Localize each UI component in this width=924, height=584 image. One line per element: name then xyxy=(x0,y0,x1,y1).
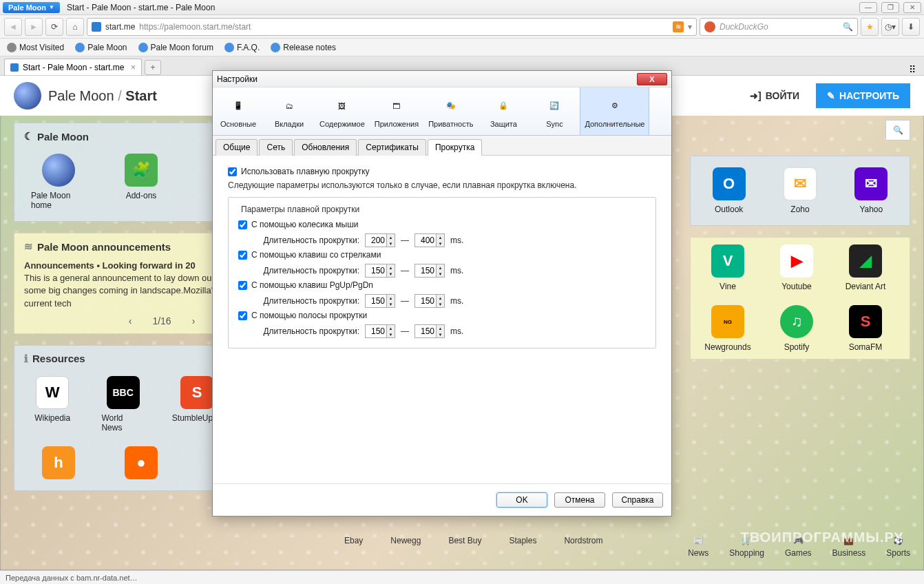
back-button[interactable]: ◄ xyxy=(4,18,22,36)
tab-content[interactable]: 🖼Содержимое xyxy=(315,87,370,135)
spin-down-icon[interactable]: ▼ xyxy=(387,240,395,247)
spin-up-icon[interactable]: ▲ xyxy=(387,295,395,301)
cat-nordstrom[interactable]: Nordstrom xyxy=(564,536,602,558)
reload-button[interactable]: ⟳ xyxy=(45,18,63,36)
tile-worldnews[interactable]: BBCWorld News xyxy=(101,376,144,432)
app-menu-button[interactable]: Pale Moon xyxy=(3,2,60,13)
help-button[interactable]: Справка xyxy=(612,492,663,508)
subtab-general[interactable]: Общие xyxy=(216,139,258,156)
duration-min-input[interactable] xyxy=(366,264,386,277)
duration-min-spinner-3[interactable]: ▲▼ xyxy=(365,324,395,338)
duration-min-spinner-0[interactable]: ▲▼ xyxy=(365,233,395,247)
new-tab-button[interactable]: + xyxy=(145,60,161,75)
duration-max-input[interactable] xyxy=(415,234,436,247)
duration-min-input[interactable] xyxy=(366,325,386,337)
subtab-scrolling[interactable]: Прокрутка xyxy=(428,139,482,156)
tab-advanced[interactable]: ⚙Дополнительные xyxy=(580,87,649,135)
dropdown-icon[interactable]: ▾ xyxy=(688,22,692,32)
tab-privacy[interactable]: 🎭Приватность xyxy=(423,87,478,135)
smooth-scroll-checkbox[interactable] xyxy=(228,167,237,176)
login-button[interactable]: ➜] ВОЙТИ xyxy=(740,85,809,107)
tile-palemoon-home[interactable]: Pale Moon home xyxy=(31,154,86,210)
tile-addons[interactable]: 🧩Add-ons xyxy=(114,154,169,210)
downloads-button[interactable]: ⬇ xyxy=(902,18,920,36)
cat-games[interactable]: 🎮Games xyxy=(785,536,812,558)
tile-newgrounds[interactable]: NGNewgrounds xyxy=(700,305,755,352)
spin-up-icon[interactable]: ▲ xyxy=(437,264,444,271)
window-maximize-button[interactable]: ❐ xyxy=(881,2,899,13)
duration-max-input[interactable] xyxy=(415,325,436,337)
duration-min-spinner-1[interactable]: ▲▼ xyxy=(365,264,395,278)
cat-sports[interactable]: ⚽Sports xyxy=(886,536,910,558)
spin-up-icon[interactable]: ▲ xyxy=(387,264,395,271)
spin-down-icon[interactable]: ▼ xyxy=(437,301,444,307)
duration-max-spinner-2[interactable]: ▲▼ xyxy=(414,294,445,308)
search-bar[interactable]: DuckDuckGo 🔍 xyxy=(700,18,858,36)
duration-max-spinner-1[interactable]: ▲▼ xyxy=(414,264,445,278)
duration-min-input[interactable] xyxy=(366,295,386,307)
pager-next-button[interactable]: › xyxy=(192,315,196,326)
duration-max-input[interactable] xyxy=(415,264,436,277)
tab-active[interactable]: Start - Pale Moon - start.me × xyxy=(4,59,142,75)
spin-up-icon[interactable]: ▲ xyxy=(437,325,444,331)
duration-max-spinner-3[interactable]: ▲▼ xyxy=(414,324,445,338)
scroll-group-checkbox-3[interactable] xyxy=(238,311,247,320)
cat-staples[interactable]: Staples xyxy=(509,536,536,558)
search-go-icon[interactable]: 🔍 xyxy=(843,22,853,32)
bookmark-star-button[interactable]: ★ xyxy=(861,18,879,36)
tab-tabs[interactable]: 🗂Вкладки xyxy=(264,87,315,135)
history-button[interactable]: ◷▾ xyxy=(881,18,899,36)
rss-icon[interactable]: ≋ xyxy=(673,21,684,32)
pager-prev-button[interactable]: ‹ xyxy=(129,315,132,326)
spin-up-icon[interactable]: ▲ xyxy=(437,234,444,240)
cat-business[interactable]: 💼Business xyxy=(832,536,866,558)
tab-sync[interactable]: 🔄Sync xyxy=(529,87,580,135)
bookmark-palemoon[interactable]: Pale Moon xyxy=(75,43,127,52)
forward-button[interactable]: ► xyxy=(25,18,43,36)
duration-max-spinner-0[interactable]: ▲▼ xyxy=(414,233,445,247)
spin-up-icon[interactable]: ▲ xyxy=(387,325,395,331)
tile-somafm[interactable]: SSomaFM xyxy=(838,305,893,352)
tile-wikipedia[interactable]: WWikipedia xyxy=(31,376,74,432)
window-minimize-button[interactable]: — xyxy=(859,2,877,13)
cat-shopping[interactable]: 🛒Shopping xyxy=(729,536,764,558)
tab-applications[interactable]: 🗔Приложения xyxy=(370,87,423,135)
cat-ebay[interactable]: Ebay xyxy=(344,536,363,558)
duration-max-input[interactable] xyxy=(415,295,436,307)
tile-yahoo[interactable]: ✉Yahoo xyxy=(850,167,893,214)
spin-up-icon[interactable]: ▲ xyxy=(437,295,444,301)
page-search-button[interactable]: 🔍 xyxy=(885,120,910,140)
spin-up-icon[interactable]: ▲ xyxy=(387,234,395,240)
duration-min-input[interactable] xyxy=(366,234,386,247)
spin-down-icon[interactable]: ▼ xyxy=(437,331,444,337)
url-bar[interactable]: start.me https://palemoon.start.me/start… xyxy=(87,18,697,36)
bookmark-release[interactable]: Release notes xyxy=(271,43,336,52)
bookmark-forum[interactable]: Pale Moon forum xyxy=(138,43,213,52)
scroll-group-checkbox-1[interactable] xyxy=(238,251,247,260)
tab-security[interactable]: 🔒Защита xyxy=(478,87,529,135)
tile-extra2[interactable]: ● xyxy=(114,446,169,479)
cat-newegg[interactable]: Newegg xyxy=(390,536,421,558)
spin-down-icon[interactable]: ▼ xyxy=(387,271,395,277)
tab-overflow-button[interactable]: ⠿ xyxy=(905,64,920,75)
spin-down-icon[interactable]: ▼ xyxy=(437,240,444,247)
subtab-updates[interactable]: Обновления xyxy=(294,139,357,156)
duration-min-spinner-2[interactable]: ▲▼ xyxy=(365,294,395,308)
cancel-button[interactable]: Отмена xyxy=(554,492,605,508)
spin-down-icon[interactable]: ▼ xyxy=(387,301,395,307)
scroll-group-checkbox-2[interactable] xyxy=(238,281,247,290)
cat-news[interactable]: 📰News xyxy=(688,536,708,558)
spin-down-icon[interactable]: ▼ xyxy=(437,271,444,277)
dialog-close-button[interactable]: X xyxy=(637,73,667,85)
tile-outlook[interactable]: OOutlook xyxy=(707,167,750,214)
tile-vine[interactable]: VVine xyxy=(700,244,755,291)
tile-extra1[interactable]: h xyxy=(31,446,86,479)
scroll-group-checkbox-0[interactable] xyxy=(238,220,247,229)
subtab-network[interactable]: Сеть xyxy=(259,139,293,156)
tile-youtube[interactable]: ▶Youtube xyxy=(769,244,824,291)
tab-close-button[interactable]: × xyxy=(131,63,136,72)
home-button[interactable]: ⌂ xyxy=(66,18,84,36)
bookmark-most-visited[interactable]: Most Visited xyxy=(7,43,64,52)
tab-general[interactable]: 📱Основные xyxy=(213,87,264,135)
bookmark-faq[interactable]: F.A.Q. xyxy=(224,43,260,52)
